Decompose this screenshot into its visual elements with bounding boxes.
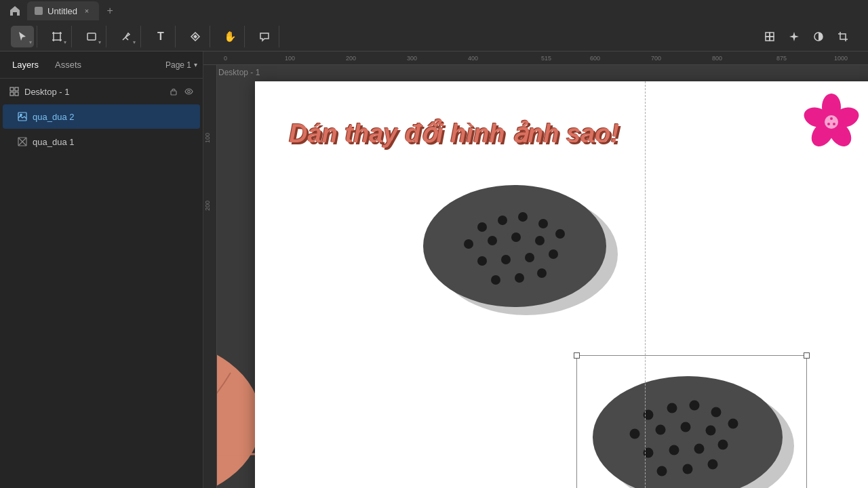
svg-point-46 (535, 236, 545, 245)
ruler-mark-200: 200 (346, 55, 356, 62)
svg-rect-12 (10, 87, 14, 91)
layer-qua-dua-1-label: qua_dua 1 (33, 137, 195, 147)
text-tool-button[interactable]: T (149, 26, 172, 47)
svg-point-36 (827, 123, 830, 125)
canvas-area[interactable]: 0 100 200 300 400 515 600 700 800 875 10… (203, 52, 868, 488)
tool-group-frame: ▾ (43, 26, 72, 47)
page-chevron-icon: ▾ (194, 61, 197, 68)
select-tool-button[interactable]: ▾ (11, 26, 34, 47)
active-tab[interactable]: Untitled × (27, 1, 99, 20)
component-tool-button[interactable] (184, 26, 207, 47)
svg-point-38 (423, 185, 606, 307)
left-panel: Layers Assets Page 1 ▾ Desktop - 1 (0, 52, 203, 488)
svg-point-34 (830, 117, 833, 120)
svg-rect-6 (766, 33, 770, 37)
layer-desktop-1-actions (167, 85, 195, 98)
ruler-mark-515: 515 (541, 55, 551, 62)
tool-group-select: ▾ (8, 26, 37, 47)
svg-rect-5 (87, 33, 96, 40)
svg-rect-13 (15, 87, 18, 91)
tab-layers[interactable]: Layers (5, 57, 45, 73)
svg-point-43 (464, 239, 473, 249)
speaker-grill-2[interactable] (580, 359, 797, 488)
toolbar: ▾ ▾ ▾ ▾ T (0, 22, 868, 52)
ruler-mark-0: 0 (224, 55, 227, 62)
ruler-mark-600: 600 (590, 55, 600, 62)
tool-group-component (181, 26, 210, 47)
ruler-mark-800: 800 (712, 55, 722, 62)
main-layout: Layers Assets Page 1 ▾ Desktop - 1 (0, 52, 868, 488)
layer-image-placeholder-icon (16, 136, 28, 148)
layer-qua-dua-2-label: qua_dua 2 (33, 112, 195, 122)
layer-grid-icon (8, 85, 20, 98)
tool-group-shape: ▾ (77, 26, 106, 47)
svg-point-47 (555, 229, 565, 239)
contrast-button[interactable] (807, 26, 830, 47)
svg-point-40 (498, 216, 507, 225)
ruler-mark-700: 700 (651, 55, 661, 62)
transform-button[interactable] (758, 26, 781, 47)
viet-heading-text: Dán thay đổi hình ảnh sao! (289, 119, 619, 148)
svg-rect-11 (840, 34, 846, 39)
crop-button[interactable] (831, 26, 854, 47)
ruler-mark-1000: 1000 (834, 55, 848, 62)
sparkle-button[interactable] (783, 26, 806, 47)
svg-point-45 (511, 232, 521, 242)
selection-outline (576, 355, 807, 488)
page-label: Desktop - 1 (218, 68, 260, 77)
home-icon[interactable] (5, 1, 24, 20)
pen-tool-button[interactable]: ▾ (115, 26, 138, 47)
layer-qua-dua-1[interactable]: qua_dua 1 (3, 129, 200, 154)
tool-group-pen: ▾ (112, 26, 141, 47)
title-bar: Untitled × + (0, 0, 868, 22)
svg-point-17 (187, 90, 190, 93)
speaker-grill-1 (414, 173, 604, 308)
svg-rect-9 (770, 37, 774, 41)
svg-rect-7 (770, 33, 774, 37)
ruler-mark-875: 875 (776, 55, 787, 62)
tab-title: Untitled (47, 6, 77, 16)
ruler-mark-400: 400 (468, 55, 478, 62)
layer-eye-icon[interactable] (182, 85, 195, 98)
shape-tool-button[interactable]: ▾ (80, 26, 103, 47)
svg-rect-0 (35, 7, 43, 15)
layer-qua-dua-2[interactable]: qua_dua 2 (3, 104, 200, 129)
svg-rect-14 (10, 92, 14, 96)
tool-group-text: T (146, 26, 176, 47)
svg-point-41 (518, 212, 528, 222)
tab-assets[interactable]: Assets (48, 57, 88, 73)
svg-point-44 (488, 236, 497, 245)
flower-decoration (797, 88, 865, 159)
comment-tool-button[interactable] (253, 26, 276, 47)
layer-image-icon (16, 110, 28, 123)
panel-tabs: Layers Assets Page 1 ▾ (0, 52, 203, 79)
frame-tool-button[interactable]: ▾ (45, 26, 68, 47)
ruler-mark-300: 300 (407, 55, 417, 62)
svg-rect-15 (15, 92, 18, 96)
new-tab-button[interactable]: + (102, 3, 118, 19)
svg-point-54 (537, 268, 547, 278)
svg-point-53 (515, 273, 524, 283)
handle-tl[interactable] (574, 352, 580, 359)
tool-group-right (755, 26, 857, 47)
layer-desktop-1-label: Desktop - 1 (24, 87, 163, 97)
layer-lock-icon[interactable] (167, 85, 180, 98)
hand-tool-button[interactable]: ✋ (218, 26, 241, 47)
ruler-mark-100: 100 (285, 55, 295, 62)
svg-point-48 (477, 256, 487, 266)
layers-panel: Desktop - 1 (0, 79, 203, 488)
canvas-content[interactable]: Dán thay đổi hình ảnh sao! (217, 65, 868, 488)
page-selector[interactable]: Page 1 ▾ (165, 60, 197, 70)
svg-rect-16 (171, 91, 176, 95)
svg-rect-8 (766, 37, 770, 41)
svg-point-42 (538, 219, 548, 228)
layer-desktop-1[interactable]: Desktop - 1 (3, 79, 200, 104)
vertical-ruler: 100 200 (203, 65, 217, 488)
svg-point-49 (501, 255, 511, 264)
svg-point-51 (549, 249, 558, 259)
handle-tr[interactable] (804, 352, 810, 359)
tool-group-comment (250, 26, 279, 47)
design-canvas[interactable]: Dán thay đổi hình ảnh sao! (255, 81, 868, 488)
tab-close-button[interactable]: × (81, 5, 92, 16)
svg-point-39 (477, 222, 487, 232)
